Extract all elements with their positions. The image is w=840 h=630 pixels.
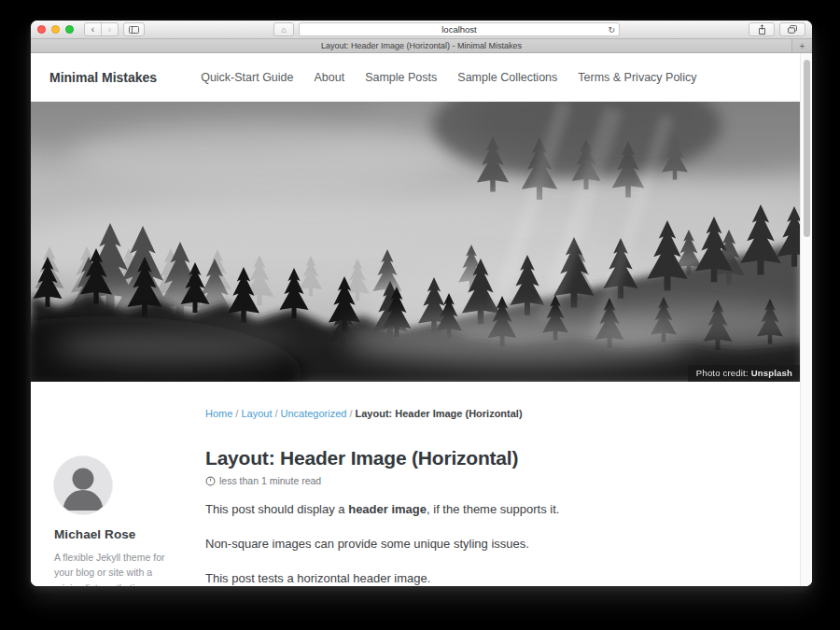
nav-link-about[interactable]: About [315, 71, 345, 84]
scrollbar[interactable] [800, 53, 812, 586]
avatar [54, 456, 112, 514]
forward-button[interactable]: › [101, 23, 118, 35]
page-viewport: Minimal Mistakes Quick-Start Guide About… [31, 53, 812, 586]
breadcrumb-separator: / [235, 408, 238, 419]
close-window-button[interactable] [37, 25, 46, 34]
tab-overview-button[interactable] [779, 22, 805, 36]
breadcrumb-link-home[interactable]: Home [205, 408, 232, 419]
home-icon: ⌂ [281, 25, 286, 35]
window-controls [37, 25, 74, 34]
scrollbar-thumb[interactable] [804, 60, 810, 237]
photo-credit-prefix: Photo credit: [696, 368, 751, 378]
nav-link-quick-start-guide[interactable]: Quick-Start Guide [201, 71, 293, 84]
header-image: Photo credit: Unsplash [31, 102, 801, 382]
history-nav: ‹ › [84, 22, 119, 36]
paragraph-1-text: This post should display a [205, 502, 348, 516]
clock-icon [205, 476, 216, 486]
sidebar-icon [129, 26, 139, 34]
breadcrumb: Home/Layout/Uncategorized/Layout: Header… [205, 408, 754, 419]
browser-window: ‹ › ⌂ localhost ↻ [31, 21, 812, 586]
avatar-silhouette-icon [54, 456, 112, 514]
breadcrumb-link-layout[interactable]: Layout [241, 408, 272, 419]
home-button[interactable]: ⌂ [273, 22, 294, 36]
paragraph-1-text-after: , if the theme supports it. [427, 502, 559, 516]
active-tab[interactable]: Layout: Header Image (Horizontal) - Mini… [321, 41, 522, 50]
author-bio-line: A flexible Jekyll theme for [54, 550, 196, 565]
paragraph-1: This post should display a header image,… [205, 501, 754, 518]
article-main: Home/Layout/Uncategorized/Layout: Header… [205, 408, 801, 586]
read-time-text: less than 1 minute read [219, 475, 321, 486]
minimize-window-button[interactable] [51, 25, 60, 34]
site-title-link[interactable]: Minimal Mistakes [49, 70, 157, 85]
author-name: Michael Rose [54, 527, 196, 541]
author-bio-line: minimalist aesthetic. [54, 581, 196, 586]
share-icon [758, 24, 766, 35]
site-nav: Quick-Start Guide About Sample Posts Sam… [201, 71, 696, 84]
breadcrumb-link-uncategorized[interactable]: Uncategorized [281, 408, 347, 419]
photo-credit-source: Unsplash [751, 368, 792, 378]
back-button[interactable]: ‹ [85, 23, 101, 35]
masthead: Minimal Mistakes Quick-Start Guide About… [31, 53, 801, 102]
article-layout: Michael Rose A flexible Jekyll theme for… [31, 382, 801, 586]
paragraph-3: This post tests a horizontal header imag… [205, 570, 754, 586]
author-bio-line: your blog or site with a [54, 565, 196, 580]
nav-link-sample-collections[interactable]: Sample Collections [457, 71, 557, 84]
read-time: less than 1 minute read [205, 475, 754, 486]
nav-link-terms-privacy[interactable]: Terms & Privacy Policy [578, 71, 696, 84]
photo-credit: Photo credit: Unsplash [688, 365, 801, 382]
share-button[interactable] [749, 22, 775, 36]
author-bio: A flexible Jekyll theme for your blog or… [54, 550, 196, 586]
foggy-forest-illustration [31, 102, 801, 382]
new-tab-button[interactable]: + [791, 39, 812, 52]
page-title: Layout: Header Image (Horizontal) [205, 447, 754, 469]
sidebar-toggle-button[interactable] [123, 22, 145, 36]
paragraph-1-bold: header image [348, 502, 427, 516]
browser-toolbar: ‹ › ⌂ localhost ↻ [31, 21, 812, 39]
address-bar[interactable]: localhost ↻ [299, 22, 620, 36]
paragraph-2: Non-square images can provide some uniqu… [205, 536, 754, 553]
breadcrumb-current: Layout: Header Image (Horizontal) [356, 408, 523, 419]
url-text: localhost [441, 24, 477, 35]
tab-overview-icon [788, 25, 797, 34]
author-sidebar: Michael Rose A flexible Jekyll theme for… [31, 408, 205, 586]
zoom-window-button[interactable] [65, 25, 74, 34]
nav-link-sample-posts[interactable]: Sample Posts [365, 71, 437, 84]
breadcrumb-separator: / [349, 408, 352, 419]
reload-button[interactable]: ↻ [608, 23, 615, 35]
tab-bar: Layout: Header Image (Horizontal) - Mini… [31, 39, 812, 53]
breadcrumb-separator: / [274, 408, 277, 419]
